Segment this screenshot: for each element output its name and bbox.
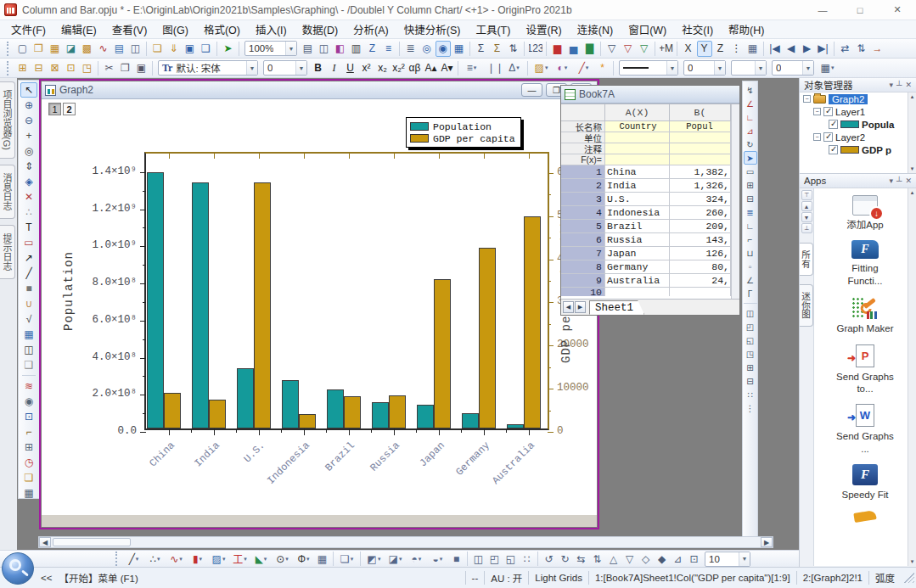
arrange-mode[interactable]: → [870,41,885,57]
shrink[interactable]: ◆ [655,551,670,567]
menu-item[interactable]: 分析(A) [346,20,396,38]
cell[interactable] [670,288,731,296]
apps-nav-button[interactable]: ▼ [801,212,812,222]
border-grid-dropdown[interactable]: ▦ [818,60,838,76]
row-number[interactable]: 3 [561,193,605,206]
gdp-bar[interactable] [299,414,316,428]
new-workbook[interactable]: ▦ [48,41,63,57]
fill-color[interactable]: ▨ [531,60,552,76]
go-last[interactable]: ▶| [816,41,831,57]
tilt-up-down[interactable]: ⇅ [590,551,605,567]
reader-tool[interactable]: ◈ [20,174,37,189]
tilt-left-right[interactable]: ⇆ [574,551,589,567]
new-layout[interactable]: ◫ [128,41,143,57]
sort[interactable]: ⇅ [506,41,521,57]
zoom-out-tool[interactable]: ⊖ [20,113,37,128]
app-item-send-graphs-word[interactable]: W➜ Send Graphs ... [835,404,895,455]
recent-tool[interactable]: ◷ [20,455,37,470]
population-bar[interactable] [237,368,254,428]
increase-elevation[interactable]: △ [606,551,621,567]
population-bar[interactable] [282,380,299,428]
symbol-gallery[interactable]: Δ [504,60,525,76]
image-plot[interactable]: ▨ [209,551,229,567]
rotate-cw[interactable]: ↻ [558,551,573,567]
collapse-icon[interactable]: − [813,108,821,115]
decrease-font[interactable]: A▾ [440,60,455,76]
app-item-speedy-fit[interactable]: F Speedy Fit [835,464,895,501]
line-color[interactable]: ╱ [574,60,594,76]
heatmap-plot[interactable]: ■ [449,551,464,567]
plot-column[interactable]: ▆ [550,41,565,57]
apps-header[interactable]: Apps ▾ ┴ ✕ [800,174,916,188]
combine-panels[interactable]: ⊟ [744,374,757,388]
axis-rescale[interactable]: ⊿ [744,124,757,137]
row-number[interactable]: 6 [561,233,605,247]
population-bar[interactable] [327,389,344,428]
app-item-send-graphs-ppt[interactable]: P➜ Send Graphs to... [835,344,895,395]
paste[interactable]: ▣ [134,60,149,76]
copy[interactable]: ❐ [118,60,133,76]
3d-scatter-plot[interactable]: ◓ [407,551,427,567]
extract-to-rows[interactable]: ◰ [744,320,757,333]
apps-tab-secondary[interactable]: 迷你图 [800,284,813,327]
contour-plot[interactable]: ◒ [428,551,448,567]
chevron-down-icon[interactable]: ▼ [295,61,306,75]
template-library[interactable]: ▦ [315,551,330,567]
apps-tab-all[interactable]: 所有 [800,243,813,276]
gdp-bar[interactable] [434,279,451,429]
workspace-hscrollbar[interactable]: ◀ ▶ [38,536,773,548]
frame-top-left[interactable]: ⌐ [744,232,757,246]
swap-panels[interactable]: ∷ [744,388,757,401]
apps-scrollbar[interactable]: ▴ ▾ [908,188,916,566]
slide-show[interactable]: ◧ [333,41,348,57]
cell[interactable] [605,288,670,296]
column-plot[interactable]: ▮ [188,551,208,567]
layer2-button[interactable]: 2 [63,103,76,115]
bold[interactable]: B [311,60,326,76]
scatter-plot[interactable]: ∴ [145,551,166,567]
save-project[interactable]: ▣ [183,41,198,57]
sheet-prev-arrow[interactable]: ◀ [563,301,574,313]
layer-arrange[interactable]: ◳ [80,60,95,76]
3d-bar-plot[interactable]: ❏ [337,551,357,567]
color-scale[interactable]: ≋ [20,378,37,394]
menu-item[interactable]: 连接(N) [570,20,621,38]
shape-tool[interactable]: ■ [20,281,37,296]
video-export[interactable]: ▥ [349,41,364,57]
population-bar[interactable] [507,424,524,428]
data-filter[interactable]: ▽ [604,41,620,57]
cell[interactable]: India [605,179,670,193]
new-notes[interactable]: ▤ [112,41,127,57]
project-explorer-toggle[interactable]: ≣ [403,41,419,57]
cell[interactable]: 80, [670,260,731,274]
population-bar[interactable] [147,172,164,428]
refresh-graph[interactable]: ↻ [744,137,757,151]
underline[interactable]: U [343,60,358,76]
line-plot[interactable]: ╱ [124,551,144,567]
line-symbol-plot[interactable]: ∿ [166,551,187,567]
fit-to-page[interactable]: ▦ [452,41,467,57]
distribute-tools[interactable]: ❘❘❘ [483,60,503,76]
pointer-tool[interactable]: ↖ [20,82,37,98]
subscript[interactable]: x₂ [375,60,391,76]
pin-icon[interactable]: ┴ [896,81,902,89]
filter-disable[interactable]: ▽ [621,41,636,57]
tree-label[interactable]: Layer2 [835,132,865,143]
cell[interactable]: Popul [670,121,731,132]
add-layer[interactable]: ⊞ [15,60,31,76]
superscript[interactable]: x² [359,60,374,76]
new-project[interactable]: ▢ [15,41,31,57]
zoom-all[interactable]: ◎ [419,41,435,57]
app-item-graph-maker[interactable]: Graph Maker [835,296,895,334]
plot-area[interactable]: ChinaIndiaU.S.IndonesiaBrazilRussiaJapan… [144,152,549,430]
point-size-combo[interactable]: 0▼ [772,60,814,76]
highlight[interactable]: * [595,60,610,76]
menu-item[interactable]: 帮助(H) [721,20,772,38]
menu-item[interactable]: 快捷分析(S) [396,20,469,38]
population-bar[interactable] [372,402,389,428]
scroll-up-icon[interactable]: ▴ [911,93,914,100]
cell[interactable]: 209, [670,220,731,233]
checkbox[interactable] [829,145,838,154]
tree-label[interactable]: Layer1 [835,107,865,117]
panel-menu-icon[interactable]: ▾ [890,176,894,185]
